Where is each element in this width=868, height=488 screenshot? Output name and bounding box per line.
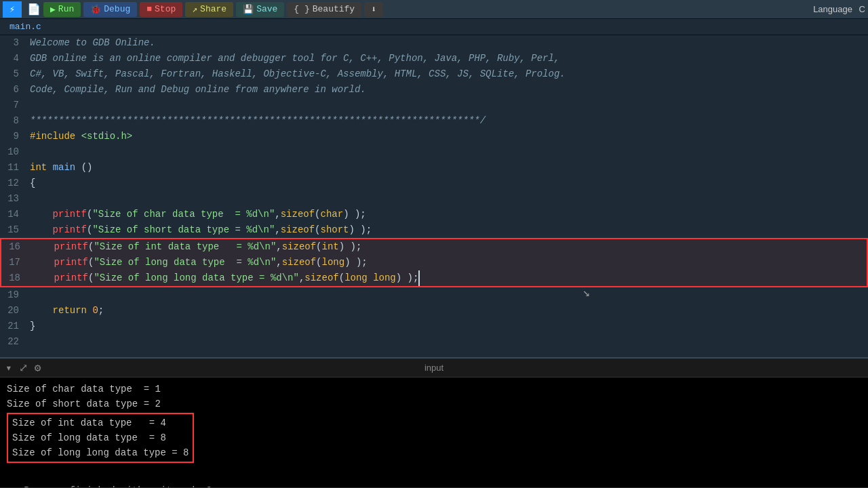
code-line-19: 19 [0, 287, 868, 303]
beautify-button[interactable]: { } Beautify [287, 2, 361, 17]
code-line-3: 3 Welcome to GDB Online. [0, 35, 868, 51]
code-area: 3 Welcome to GDB Online. 4 GDB online is… [0, 35, 868, 357]
run-button[interactable]: ▶ Run [43, 2, 81, 17]
stop-label: Stop [155, 4, 176, 14]
output-content: Size of char data type = 1 Size of short… [0, 378, 868, 487]
code-line-22: 22 [0, 334, 868, 350]
code-line-12: 12 { [0, 176, 868, 191]
save-label: Save [256, 4, 277, 14]
download-icon: ⬇ [371, 4, 376, 15]
language-label: Language [813, 4, 852, 14]
code-line-8: 8 **************************************… [0, 113, 868, 129]
output-line-6 [7, 468, 861, 483]
code-line-17: 17 printf("Size of long data type = %d\n… [1, 255, 867, 270]
output-line-2: Size of short data type = 2 [7, 396, 861, 411]
code-line-10: 10 [0, 144, 868, 160]
code-line-14: 14 printf("Size of char data type = %d\n… [0, 207, 868, 222]
output-line-1: Size of char data type = 1 [7, 382, 861, 396]
download-button[interactable]: ⬇ [364, 2, 383, 17]
code-line-4: 4 GDB online is an online compiler and d… [0, 51, 868, 66]
settings-icon[interactable]: ⚙ [35, 361, 41, 375]
save-button[interactable]: 💾 Save [236, 2, 284, 17]
file-tab[interactable]: main.c [0, 19, 868, 35]
share-label: Share [200, 4, 226, 14]
cursor-marker: ↘ [583, 285, 590, 300]
logo-button[interactable]: ⚡ [3, 1, 22, 18]
code-line-15: 15 printf("Size of short data type = %d\… [0, 222, 868, 238]
code-editor[interactable]: 3 Welcome to GDB Online. 4 GDB online is… [0, 35, 868, 357]
resize-icon[interactable]: ⤢ [19, 361, 28, 375]
beautify-label: Beautify [313, 4, 355, 14]
share-icon: ↗ [192, 4, 197, 15]
output-line-5: Size of long long data type = 8 [12, 445, 189, 460]
code-line-5: 5 C#, VB, Swift, Pascal, Fortran, Haskel… [0, 66, 868, 82]
exit-code-line: ...Program finished with exit code 0 [7, 483, 861, 487]
highlight-region: 16 printf("Size of int data type = %d\n"… [0, 238, 868, 287]
code-line-18: 18 printf("Size of long long data type =… [1, 270, 867, 286]
code-line-11: 11 int main () [0, 160, 868, 176]
filename-tab: main.c [9, 22, 41, 32]
output-highlight-block: Size of int data type = 4 Size of long d… [7, 413, 194, 463]
output-line-4: Size of long data type = 8 [12, 430, 189, 445]
code-line-9: 9 #include <stdio.h> [0, 129, 868, 144]
save-icon: 💾 [243, 4, 254, 15]
output-line-3: Size of int data type = 4 [12, 415, 189, 430]
beautify-icon: { } [294, 4, 309, 14]
stop-button[interactable]: ■ Stop [140, 2, 182, 17]
code-line-6: 6 Code, Compile, Run and Debug online fr… [0, 82, 868, 98]
run-label: Run [58, 4, 74, 14]
code-line-13: 13 [0, 191, 868, 207]
output-panel: ▾ ⤢ ⚙ input Size of char data type = 1 S… [0, 357, 868, 487]
debug-button[interactable]: 🐞 Debug [83, 2, 137, 17]
language-indicator: Language C [813, 4, 865, 14]
panel-title: input [425, 363, 443, 373]
share-button[interactable]: ↗ Share [185, 2, 233, 17]
code-line-16: 16 printf("Size of int data type = %d\n"… [1, 239, 867, 255]
lightning-icon: ⚡ [9, 3, 15, 15]
language-value: C [859, 4, 865, 14]
code-line-20: 20 return 0; [0, 303, 868, 319]
toolbar: ⚡ 📄 ▶ Run 🐞 Debug ■ Stop ↗ Share 💾 Save … [0, 0, 868, 19]
stop-icon: ■ [146, 4, 152, 14]
debug-icon: 🐞 [90, 4, 101, 15]
code-line-7: 7 [0, 98, 868, 113]
debug-label: Debug [104, 4, 130, 14]
code-line-21: 21 } [0, 319, 868, 334]
run-icon: ▶ [50, 4, 56, 15]
collapse-icon[interactable]: ▾ [5, 361, 12, 375]
panel-header: ▾ ⤢ ⚙ input [0, 359, 868, 378]
file-icon: 📄 [27, 3, 41, 16]
